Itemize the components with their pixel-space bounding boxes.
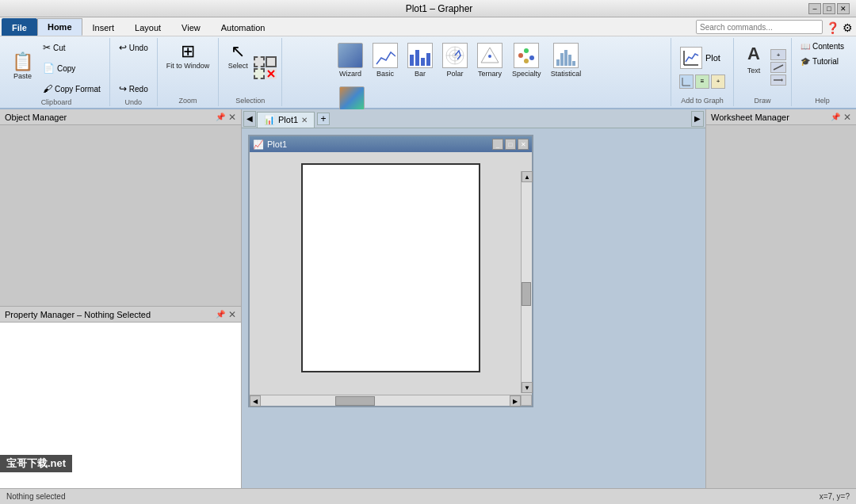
document-window-area: 📈 Plot1 _ □ ✕ ▲ — [242, 128, 705, 488]
scroll-right-btn[interactable]: ▶ — [510, 395, 521, 407]
draw-group-label: Draw — [754, 97, 770, 105]
contents-button[interactable]: 📖 Contents — [797, 40, 848, 53]
text-icon: A — [743, 43, 765, 65]
svg-point-8 — [488, 55, 491, 58]
tutorial-button[interactable]: 🎓 Tutorial — [797, 55, 848, 68]
selection-poly-icon — [254, 68, 265, 79]
paste-label: Paste — [13, 72, 32, 81]
window-controls: – □ ✕ — [808, 3, 850, 14]
tab-prev-btn[interactable]: ◀ — [243, 111, 256, 127]
tab-label: Plot1 — [278, 115, 298, 124]
ternary-button[interactable]: Ternary — [473, 40, 506, 82]
cut-icon: ✂ — [43, 42, 51, 53]
wizard-button[interactable]: Wizard — [334, 40, 367, 82]
object-manager-pin[interactable]: 📌 — [216, 113, 225, 121]
select-button[interactable]: ↖ Select — [224, 40, 252, 74]
fit-to-window-button[interactable]: ⊞ Fit to Window — [162, 40, 214, 74]
tab-close-btn[interactable]: ✕ — [301, 116, 308, 124]
h-scroll-track[interactable] — [261, 395, 510, 406]
h-scrollbar[interactable]: ◀ ▶ — [250, 395, 521, 406]
add-graph-axis-icon — [679, 74, 694, 89]
minimize-btn[interactable]: – — [808, 3, 821, 14]
basic-button[interactable]: Basic — [369, 40, 402, 82]
h-scroll-thumb[interactable] — [335, 396, 375, 406]
v-scroll-thumb[interactable] — [522, 282, 531, 306]
watermark-text: 宝哥下载.net — [6, 457, 66, 469]
object-manager-close[interactable]: ✕ — [228, 112, 236, 123]
copy-format-button[interactable]: 🖌 Copy Format — [39, 81, 105, 97]
text-button[interactable]: A Text — [739, 40, 769, 78]
statistical-icon — [553, 43, 579, 68]
add-graph-label-icon: + — [711, 74, 725, 89]
search-input[interactable] — [696, 20, 823, 34]
plot-label: Plot — [705, 53, 720, 63]
mdi-window-icon: 📈 — [253, 139, 264, 150]
property-manager-pin[interactable]: 📌 — [216, 310, 225, 319]
svg-point-11 — [529, 55, 534, 60]
cut-button[interactable]: ✂ Cut — [39, 40, 105, 55]
worksheet-manager-close[interactable]: ✕ — [843, 112, 851, 123]
clipboard-group-label: Clipboard — [41, 98, 72, 106]
contour-surface-icon — [339, 86, 365, 112]
scroll-up-btn[interactable]: ▲ — [522, 171, 533, 182]
plot-canvas[interactable] — [301, 163, 480, 372]
ternary-icon — [477, 43, 503, 68]
tab-home[interactable]: Home — [37, 18, 82, 36]
search-box[interactable] — [696, 20, 823, 34]
undo-group: ↩ Undo ↪ Redo Undo — [110, 38, 158, 106]
mdi-close-btn[interactable]: ✕ — [518, 139, 529, 150]
tab-insert[interactable]: Insert — [82, 18, 125, 36]
maximize-btn[interactable]: □ — [823, 3, 835, 14]
left-panel: Object Manager 📌 ✕ Property Manager – No… — [0, 109, 242, 488]
scroll-left-btn[interactable]: ◀ — [250, 395, 261, 407]
object-manager-content — [0, 125, 241, 306]
scroll-down-btn[interactable]: ▼ — [522, 382, 533, 393]
clipboard-group: 📋 Paste ✂ Cut 📄 Copy 🖌 Copy Format Cli — [3, 38, 110, 106]
selection-x-icon[interactable] — [266, 68, 277, 79]
status-right: x=7, y=? — [820, 492, 850, 501]
worksheet-manager-pin[interactable]: 📌 — [831, 113, 840, 121]
statistical-button[interactable]: Statistical — [547, 40, 586, 82]
svg-marker-19 — [781, 78, 783, 82]
specialty-button[interactable]: Specialty — [508, 40, 545, 82]
object-manager-header: Object Manager 📌 ✕ — [0, 109, 241, 125]
tab-add-btn[interactable]: + — [317, 113, 330, 125]
property-manager-close[interactable]: ✕ — [228, 309, 236, 320]
help-icon: ❓ — [826, 21, 839, 34]
help-group: 📖 Contents 🎓 Tutorial Help — [792, 38, 853, 106]
tab-layout[interactable]: Layout — [124, 18, 171, 36]
paste-button[interactable]: 📋 Paste — [8, 40, 37, 94]
plot-button[interactable]: Plot — [676, 44, 728, 72]
tab-automation[interactable]: Automation — [211, 18, 276, 36]
tab-next-btn[interactable]: ▶ — [691, 111, 704, 127]
status-left: Nothing selected — [6, 492, 66, 501]
mdi-title-bar: 📈 Plot1 _ □ ✕ — [250, 136, 532, 152]
mdi-content: ▲ ▼ ◀ ▶ — [250, 152, 532, 406]
center-area: ◀ 📊 Plot1 ✕ + ▶ 📈 Plot1 _ — [242, 109, 705, 488]
polar-button[interactable]: Polar — [438, 40, 472, 82]
select-label: Select — [228, 62, 248, 71]
mdi-minimize-btn[interactable]: _ — [492, 139, 503, 150]
copy-button[interactable]: 📄 Copy — [39, 60, 105, 76]
undo-button[interactable]: ↩ Undo — [115, 40, 152, 55]
close-btn[interactable]: ✕ — [837, 3, 850, 14]
fit-window-label: Fit to Window — [166, 62, 210, 71]
tab-view[interactable]: View — [171, 18, 211, 36]
svg-point-10 — [524, 48, 529, 53]
redo-label: Redo — [129, 85, 148, 94]
scrollbar-corner — [521, 395, 532, 406]
tab-icon: 📊 — [264, 115, 275, 125]
polar-icon — [442, 43, 468, 68]
plot1-tab[interactable]: 📊 Plot1 ✕ — [257, 112, 315, 128]
redo-button[interactable]: ↪ Redo — [115, 81, 152, 97]
v-scrollbar[interactable]: ▲ ▼ — [521, 171, 532, 393]
bar-icon — [407, 43, 433, 68]
tab-file[interactable]: File — [2, 18, 37, 36]
plot-icon — [680, 47, 702, 69]
zoom-group: ⊞ Fit to Window Zoom — [158, 38, 220, 106]
redo-icon: ↪ — [119, 83, 127, 94]
mdi-maximize-btn[interactable]: □ — [505, 139, 516, 150]
draw-arrow-icon — [770, 74, 786, 86]
v-scroll-track[interactable] — [522, 182, 532, 382]
bar-button[interactable]: Bar — [403, 40, 437, 82]
